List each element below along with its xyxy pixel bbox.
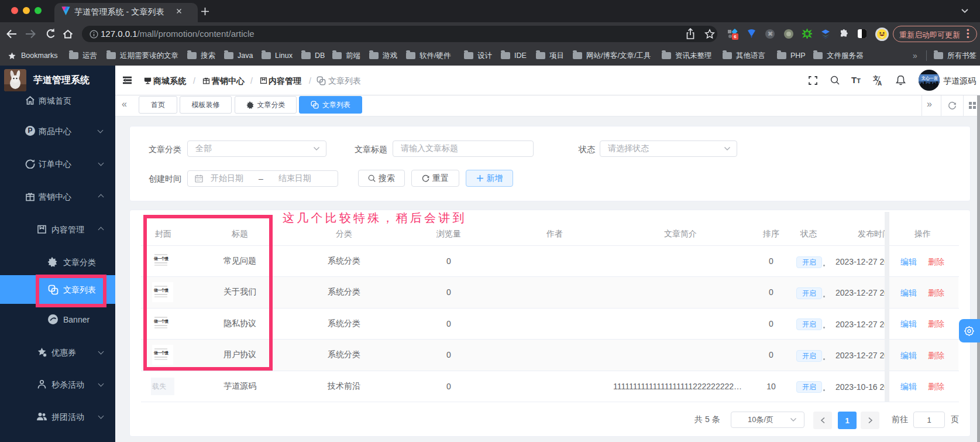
svg-text:A: A [878,80,882,86]
svg-text:文心一言: 文心一言 [921,76,938,81]
